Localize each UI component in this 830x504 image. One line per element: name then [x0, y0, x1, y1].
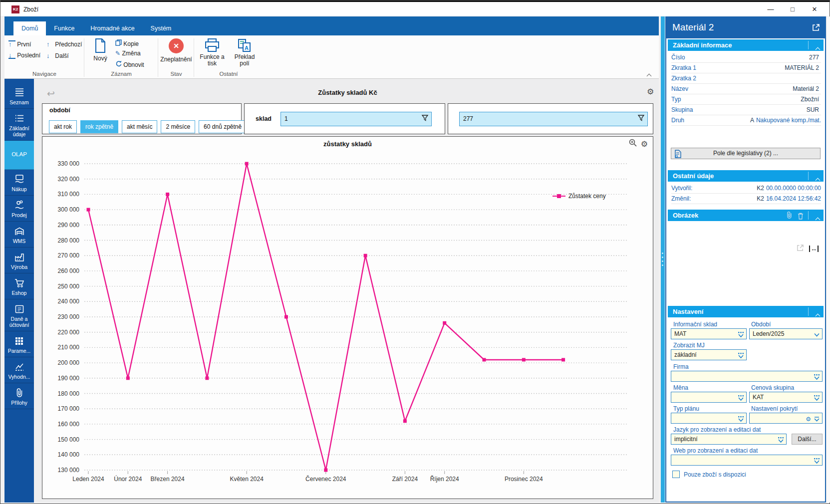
warehouse-label: sklad	[256, 115, 272, 122]
ribbon: ↑ První ↓ Poslední ↑ Předchozí ↓ Další N…	[4, 35, 659, 79]
svg-text:290 000: 290 000	[58, 222, 80, 229]
svg-text:320 000: 320 000	[58, 176, 80, 183]
sidebar-item-nakup[interactable]: Nákup	[4, 170, 34, 196]
invalidate-button[interactable]: ✕ Zneplatnění	[158, 38, 194, 63]
section-obrazek[interactable]: Obrázek	[668, 210, 824, 221]
coverage-gear-icon[interactable]: ⚙	[806, 414, 811, 424]
svg-text:330 000: 330 000	[58, 160, 80, 167]
panel-scrollbar[interactable]	[827, 16, 830, 503]
sidebar-item-seznam[interactable]: Seznam	[4, 83, 34, 109]
minimize-button[interactable]: —	[760, 3, 782, 16]
section-zakladni-informace[interactable]: Základní informace	[668, 39, 824, 51]
copy-button[interactable]: Kopie	[115, 39, 139, 47]
zobrazit-mj-dropdown[interactable]: základní	[671, 349, 747, 360]
warehouse-filter-box: sklad 1	[244, 103, 445, 134]
period-button-2-mesice[interactable]: 2 měsíce	[161, 120, 195, 133]
dropdown-icon	[738, 415, 744, 425]
field-row-vytvoril: Vytvořil: K200.00.0000 00:00:00	[671, 183, 821, 194]
jazyk-dropdown[interactable]: implicitní	[671, 434, 787, 445]
svg-text:Září 2024: Září 2024	[392, 476, 418, 483]
header-gear-icon[interactable]: ⚙	[647, 87, 654, 96]
chevron-down-icon	[814, 331, 820, 341]
sidebar-item-wms[interactable]: WMS	[4, 222, 34, 248]
firma-dropdown[interactable]	[671, 371, 823, 382]
tab-domu[interactable]: Domů	[13, 21, 46, 35]
sidebar-item-prilohy[interactable]: Přílohy	[4, 383, 34, 409]
grid-icon	[4, 335, 34, 346]
field-row-nazev: Název Materiál 2	[671, 84, 821, 94]
period-button-rok-zpetne[interactable]: rok zpětně	[80, 120, 118, 133]
new-button[interactable]: Nový	[89, 38, 111, 62]
sidebar-item-parametry[interactable]: Parame...	[4, 331, 34, 357]
mena-dropdown[interactable]	[671, 392, 747, 403]
panel-splitter[interactable]	[661, 16, 665, 503]
period-button-akt-mesic[interactable]: akt měsíc	[122, 120, 157, 133]
sidebar-item-zakladni-udaje[interactable]: Základní údaje	[4, 109, 34, 141]
last-button[interactable]: ↓ Poslední	[8, 52, 40, 59]
refresh-button[interactable]: Obnovit	[115, 60, 144, 68]
section-ostatni-udaje[interactable]: Ostatní údaje	[668, 170, 824, 182]
dalsi-button[interactable]: Další...	[792, 434, 823, 445]
group-label-zaznam: Záznam	[84, 71, 158, 77]
nastaveni-pokryti-dropdown[interactable]: ⚙	[749, 413, 823, 424]
period-button-60-dnu[interactable]: 60 dnů zpětně	[199, 120, 247, 133]
tab-hromadne-akce[interactable]: Hromadné akce	[82, 21, 142, 35]
web-dropdown[interactable]	[671, 455, 823, 466]
image-fit-width-icon[interactable]: ↔	[809, 246, 819, 252]
detail-panel: Materiál 2 Základní informace Číslo 277 …	[665, 16, 826, 503]
previous-button[interactable]: ↑ Předchozí	[46, 40, 82, 48]
sidebar-item-vyhodnoceni[interactable]: Vyhodn...	[4, 357, 34, 383]
filter-icon[interactable]	[421, 114, 429, 123]
group-label-navigace: Navigace	[4, 71, 84, 77]
sidebar-item-dane-a-uctovani[interactable]: Daně a účtování	[4, 299, 34, 331]
cart-icon	[4, 277, 34, 288]
filter-icon[interactable]	[637, 114, 645, 123]
field-translation-button[interactable]: A Překlad polí	[229, 38, 260, 67]
ribbon-group-ostatni: Funkce a tisk A Překlad polí Ostatní	[194, 35, 263, 79]
svg-text:230 000: 230 000	[58, 313, 80, 320]
functions-print-button[interactable]: Funkce a tisk	[197, 38, 227, 67]
close-button[interactable]: ✕	[804, 3, 826, 16]
svg-text:170 000: 170 000	[58, 405, 80, 412]
nastaveni-pokryti-label: Nastavení pokrytí	[751, 405, 798, 412]
sidebar-item-eshop[interactable]: Eshop	[4, 273, 34, 299]
obdobi-dropdown[interactable]: Leden/2025	[749, 328, 823, 339]
svg-text:150 000: 150 000	[58, 436, 80, 443]
ribbon-collapse-button[interactable]	[647, 71, 652, 75]
informacni-sklad-dropdown[interactable]: MAT	[671, 328, 747, 339]
cenova-skupina-dropdown[interactable]: KAT	[749, 392, 823, 403]
jazyk-label: Jazyk pro zobrazení a editaci dat	[673, 426, 761, 433]
detail-list-icon	[4, 113, 34, 124]
sidebar-item-olap[interactable]: OLAP	[4, 141, 34, 170]
sidebar-item-prodej[interactable]: Prodej	[4, 196, 34, 222]
dispozice-checkbox[interactable]	[672, 471, 680, 478]
article-filter-input[interactable]: 277	[459, 112, 648, 126]
period-button-akt-rok[interactable]: akt rok	[49, 120, 77, 133]
page-title: Zůstatky skladů Kč	[42, 89, 653, 96]
new-document-icon	[94, 38, 106, 53]
chart-plot: 330 000320 000310 000300 000290 000280 0…	[42, 137, 653, 499]
splitter-handle-icon	[662, 252, 663, 266]
open-external-icon[interactable]	[812, 23, 820, 33]
image-open-icon	[797, 244, 804, 253]
field-row-skupina: Skupina SUR	[671, 105, 821, 115]
legislation-fields-button[interactable]: Pole dle legislativy (2) ...	[671, 148, 821, 159]
section-nastaveni[interactable]: Nastavení	[668, 306, 824, 317]
pencil-icon: ✎	[115, 50, 120, 57]
ribbon-group-stav: ✕ Zneplatnění Stav	[158, 35, 194, 79]
first-button[interactable]: ↑ První	[8, 40, 31, 48]
collapse-icon[interactable]	[816, 310, 820, 321]
dropdown-icon	[814, 457, 820, 467]
maximize-button[interactable]: □	[782, 3, 804, 16]
field-row-cislo: Číslo 277	[671, 52, 821, 63]
warehouse-input[interactable]: 1	[280, 112, 432, 126]
sidebar: Seznam Základní údaje OLAP Nákup Prodej …	[4, 79, 34, 503]
tab-system[interactable]: Systém	[143, 21, 180, 35]
typ-planu-dropdown[interactable]	[671, 413, 747, 424]
sidebar-item-vyroba[interactable]: Výroba	[4, 248, 34, 273]
printer-icon	[205, 38, 220, 52]
tab-funkce[interactable]: Funkce	[46, 21, 82, 35]
edit-button[interactable]: ✎ Změna	[115, 50, 141, 57]
field-row-typ: Typ Zbožní	[671, 94, 821, 105]
next-button[interactable]: ↓ Další	[46, 52, 69, 59]
